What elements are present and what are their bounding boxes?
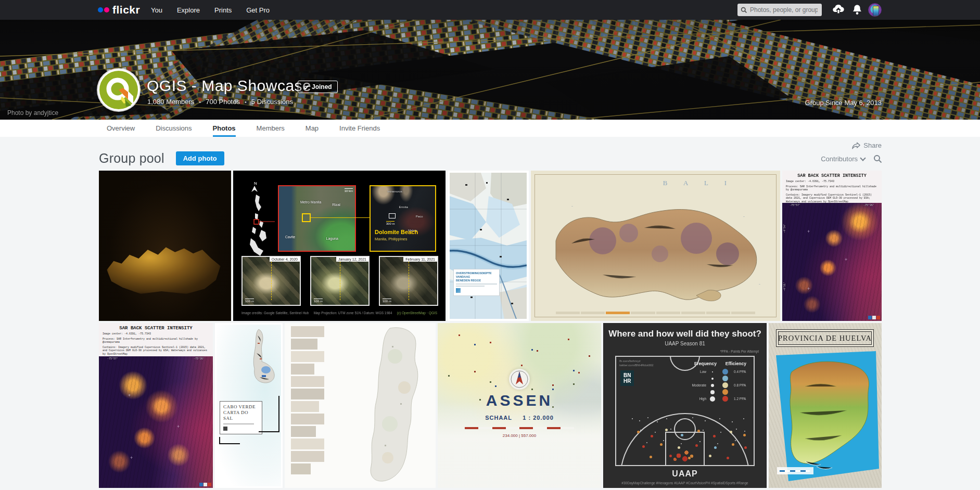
inset-date-label: October 4, 2020 bbox=[270, 257, 300, 262]
inset-reference-line bbox=[271, 262, 272, 300]
philippines-silhouette bbox=[243, 194, 275, 259]
cabo-title-line1: CABO VERDE bbox=[223, 404, 259, 410]
cabo-qr-mark bbox=[223, 427, 227, 431]
search-input[interactable] bbox=[750, 6, 818, 14]
philippines-locator-inset: N bbox=[243, 181, 275, 259]
sar-footer-logos bbox=[868, 316, 880, 319]
dolomite-beach-subtitle: Manila, Philippines bbox=[375, 237, 408, 241]
uaap-court: fb.com/bnhrxyz twitter.com/BNHRdot002 BN… bbox=[615, 356, 755, 466]
nav-item-you[interactable]: You bbox=[151, 6, 162, 14]
notifications-bell-icon[interactable] bbox=[852, 4, 862, 16]
sar-map-image: -75°57' -75°36' -4°54' -4°51' + + + bbox=[782, 203, 882, 321]
inset-october-2020: October 4, 2020 100 m bbox=[241, 256, 301, 306]
pool-search-icon[interactable] bbox=[873, 154, 882, 163]
tab-overview[interactable]: Overview bbox=[107, 120, 135, 137]
tab-map[interactable]: Map bbox=[306, 120, 319, 137]
uaap-title: Where and how well did they shoot? bbox=[604, 329, 766, 339]
sar-tick-left-bottom: -4°51' bbox=[783, 282, 786, 291]
legend-frequency-label: Frequency bbox=[694, 361, 717, 366]
svg-text:~: ~ bbox=[571, 204, 573, 208]
photo-tile-sar-backscatter-landscape[interactable]: SAR BACK SCATTER INTENSITY Image center:… bbox=[99, 323, 213, 488]
compass-emblem-icon bbox=[509, 369, 530, 390]
photo-tile-flood-depth-map[interactable]: OVERSTROMINGSDIEPTE VANDAAG BENEDEN REGG… bbox=[448, 171, 529, 321]
photo-tile-assen-topographic-map[interactable]: ASSEN SCHAAL 1 : 20.000 234.000 | 557.00… bbox=[438, 323, 601, 488]
shot-dots-small bbox=[632, 418, 633, 419]
group-avatar[interactable] bbox=[98, 69, 139, 111]
sar-header: SAR BACK SCATTER INTENSITY Image center:… bbox=[99, 323, 213, 357]
sar-tick-top-right: -75°36' bbox=[863, 204, 874, 207]
group-stats: 1,080 Members • 700 Photos • 5 Discussio… bbox=[147, 98, 293, 106]
flickr-logo-blue-dot bbox=[98, 7, 103, 12]
inset-february-2021: February 11, 2021 100 m bbox=[379, 256, 438, 306]
share-button[interactable]: Share bbox=[852, 141, 882, 149]
north-label: N bbox=[254, 181, 257, 186]
rim-shot-cluster bbox=[669, 443, 701, 464]
label-laguna: Laguna bbox=[326, 237, 338, 240]
uaap-hashtags: #30DayMapChallenge #Hexagons #UAAP #Cour… bbox=[604, 481, 766, 485]
tab-discussions[interactable]: Discussions bbox=[156, 120, 192, 137]
nav-item-getpro[interactable]: Get Pro bbox=[246, 6, 270, 14]
nav-links: You Explore Prints Get Pro bbox=[151, 0, 270, 20]
cabo-verde-title-box: CABO VERDE CARTA DO SAL bbox=[220, 401, 262, 434]
joined-button[interactable]: Joined bbox=[298, 81, 338, 93]
photo-tile-sar-backscatter-portrait[interactable]: SAR BACK SCATTER INTENSITY Image center:… bbox=[782, 171, 882, 321]
flickr-logo[interactable]: flickr bbox=[98, 4, 140, 16]
photo-tile-uaap-shot-chart[interactable]: Where and how well did they shoot? UAAP … bbox=[603, 323, 767, 488]
dolomite-detail-panel: Intramuros Ermita Paco Malate 300 m Dolo… bbox=[370, 185, 436, 252]
add-photo-button[interactable]: Add photo bbox=[176, 151, 224, 165]
assen-scale-bar bbox=[465, 427, 574, 429]
uaap-legend: Frequency Efficiency Low 0.4 PPA Moderat bbox=[687, 361, 749, 402]
sar-tick-top-left: -75°57' bbox=[790, 204, 800, 207]
label-ermita: Ermita bbox=[399, 205, 408, 209]
key-circle bbox=[674, 418, 696, 440]
photo-tile-portugal-map[interactable] bbox=[285, 323, 436, 488]
cabo-title-line2: CARTA DO SAL bbox=[223, 410, 259, 421]
sar-meta-line2: Process: SAR Interferometry and multidir… bbox=[786, 185, 878, 192]
legend-efficiency-label: Efficiency bbox=[726, 361, 746, 366]
banner-photo-credit: Photo by andyjtice bbox=[7, 109, 58, 117]
label-paco: Paco bbox=[416, 215, 423, 218]
user-avatar[interactable] bbox=[868, 3, 882, 17]
flood-map-sheet: OVERSTROMINGSDIEPTE VANDAAG BENEDEN REGG… bbox=[450, 173, 527, 319]
bnhr-logo: BN HR bbox=[620, 370, 634, 386]
tab-members[interactable]: Members bbox=[257, 120, 285, 137]
sar-meta-line1: Image center: -4.6391, -75.7343 bbox=[103, 332, 209, 336]
nav-item-explore[interactable]: Explore bbox=[177, 6, 200, 14]
group-cover-photo[interactable]: Photo by andyjtice Group Since May 6, 20… bbox=[0, 20, 980, 120]
inset-january-2021: January 12, 2021 100 m bbox=[310, 256, 370, 306]
sar-meta-line3: Contains: Imagery modified Copernicus Se… bbox=[103, 346, 209, 356]
huelva-title: PROVINCIA DE HUELVA bbox=[778, 334, 872, 343]
label-rizal: Rizal bbox=[332, 203, 340, 207]
tab-invite-friends[interactable]: Invite Friends bbox=[339, 120, 380, 137]
photo-tile-dolomite-beach-map[interactable]: N 10 km Metro Manila Rizal Cavite Laguna bbox=[233, 171, 446, 321]
photo-tile-cabo-verde-map[interactable]: CABO VERDE CARTA DO SAL bbox=[215, 323, 283, 488]
assen-grid-coordinates: 234.000 | 557.000 bbox=[438, 433, 601, 438]
inset-scale-bar: 100 m bbox=[245, 299, 254, 303]
photo-tile-provincia-de-huelva-map[interactable]: PROVINCIA DE HUELVA bbox=[769, 323, 882, 488]
flickr-group-page: flickr You Explore Prints Get Pro bbox=[0, 0, 980, 490]
uaap-social-handles: fb.com/bnhrxyz twitter.com/BNHRdot002 bbox=[619, 359, 654, 367]
inset-date-label: January 12, 2021 bbox=[336, 257, 368, 262]
contributors-filter-dropdown[interactable]: Contributors bbox=[821, 155, 865, 163]
projection-note: Map Projection: UTM zone 51N / Datum: WG… bbox=[314, 311, 392, 315]
flood-map-art bbox=[450, 173, 527, 319]
stat-discussions[interactable]: 5 Discussions bbox=[251, 98, 293, 106]
uaap-ppa-note: *PPA - Points Per Attempt bbox=[720, 350, 759, 353]
flickr-logo-text: flickr bbox=[112, 4, 140, 16]
flood-map-title-line2: BENEDEN REGGE bbox=[456, 279, 497, 282]
map-sheet-index-strip bbox=[291, 326, 324, 474]
sar-map-image: -75°57' -75°36' + + + bbox=[99, 356, 213, 488]
photo-tile-night-relief-map[interactable] bbox=[99, 171, 231, 321]
tab-photos[interactable]: Photos bbox=[213, 120, 236, 137]
sal-island-art bbox=[239, 327, 278, 405]
bali-island-art: ~~~ bbox=[540, 191, 771, 308]
group-title: QGIS - Map Showcase bbox=[147, 77, 311, 95]
upload-cloud-icon[interactable] bbox=[832, 3, 845, 17]
stat-photos[interactable]: 700 Photos bbox=[206, 98, 240, 106]
top-nav: flickr You Explore Prints Get Pro bbox=[0, 0, 980, 20]
stat-members[interactable]: 1,080 Members bbox=[147, 98, 194, 106]
photo-tile-bali-vintage-map[interactable]: B A L I ~~ bbox=[531, 171, 780, 321]
north-arrow-icon bbox=[251, 186, 258, 192]
group-tab-bar: Overview Discussions Photos Members Map … bbox=[0, 120, 980, 137]
nav-item-prints[interactable]: Prints bbox=[214, 6, 232, 14]
